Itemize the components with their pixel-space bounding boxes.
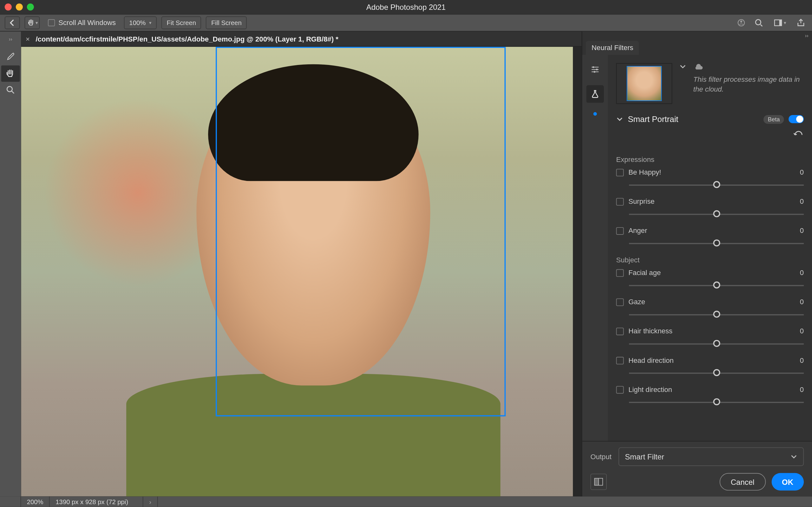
chevron-down-icon[interactable]	[616, 116, 623, 123]
canvas-area: × /content/dam/ccfirstmile/PHSP/en_US/as…	[21, 32, 581, 497]
filter-category-nav	[582, 55, 608, 441]
document-tab-label: /content/dam/ccfirstmile/PHSP/en_US/asse…	[36, 35, 338, 43]
hand-icon	[5, 68, 16, 79]
slider-thumb[interactable]	[713, 311, 720, 318]
output-label: Output	[590, 452, 611, 461]
brush-tool[interactable]	[1, 49, 20, 66]
svg-rect-4	[779, 20, 781, 26]
back-button[interactable]	[5, 16, 20, 30]
hand-tool[interactable]	[1, 65, 20, 82]
window-controls	[5, 3, 34, 10]
split-view-icon	[594, 478, 603, 486]
zoom-window-icon[interactable]	[27, 3, 34, 10]
status-zoom[interactable]: 200%	[21, 497, 50, 507]
flask-icon	[590, 89, 600, 99]
svg-point-8	[594, 71, 596, 73]
slider-thumb[interactable]	[713, 181, 720, 188]
slider-light-direction[interactable]: Light direction0	[616, 385, 804, 407]
svg-point-6	[593, 66, 595, 68]
svg-point-0	[738, 20, 745, 26]
neural-filters-panel: ›› Neural Filters	[582, 32, 812, 497]
zoom-tool[interactable]	[1, 82, 20, 98]
face-selection-overlay	[216, 47, 506, 416]
checkbox-icon[interactable]	[616, 386, 624, 393]
nav-adjustments-icon[interactable]	[587, 61, 604, 78]
before-after-toggle[interactable]	[590, 474, 607, 490]
nav-beta-filters-icon[interactable]	[587, 85, 604, 103]
cloud-icon	[693, 63, 704, 71]
slider-thumb[interactable]	[713, 369, 720, 376]
fit-screen-button[interactable]: Fit Screen	[161, 16, 201, 30]
hand-icon	[27, 19, 35, 27]
slider-thumb[interactable]	[713, 239, 720, 246]
slider-thumb[interactable]	[713, 340, 720, 347]
status-bar: 200% 1390 px x 928 px (72 ppi) ›	[0, 497, 812, 507]
slider-be-happy[interactable]: Be Happy!0	[616, 168, 804, 190]
tab-neural-filters[interactable]: Neural Filters	[586, 41, 639, 55]
magnifier-icon	[5, 84, 16, 95]
filter-name: Smart Portrait	[628, 114, 759, 124]
panel-collapse-icon[interactable]: ››	[582, 32, 812, 40]
close-tab-icon[interactable]: ×	[26, 35, 30, 43]
checkbox-icon[interactable]	[616, 356, 624, 364]
checkbox-icon[interactable]	[616, 269, 624, 277]
slider-head-direction[interactable]: Head direction0	[616, 356, 804, 378]
share-icon[interactable]	[795, 16, 808, 30]
slider-thumb[interactable]	[713, 398, 720, 405]
slider-thumb[interactable]	[713, 281, 720, 288]
document-image	[21, 47, 573, 496]
document-tab[interactable]: × /content/dam/ccfirstmile/PHSP/en_US/as…	[21, 32, 581, 47]
scroll-all-windows-label: Scroll All Windows	[58, 19, 116, 27]
checkbox-icon[interactable]	[616, 198, 624, 205]
face-thumbnail	[627, 66, 662, 101]
cancel-button[interactable]: Cancel	[720, 473, 766, 491]
tool-strip: ››	[0, 32, 21, 497]
cloud-docs-icon[interactable]	[735, 16, 748, 30]
minimize-window-icon[interactable]	[16, 3, 23, 10]
titlebar: Adobe Photoshop 2021	[0, 0, 812, 14]
nav-indicator-dot	[594, 112, 597, 116]
svg-point-2	[756, 20, 761, 25]
chevron-left-icon	[9, 19, 16, 26]
checkbox-icon[interactable]	[616, 327, 624, 335]
zoom-level-select[interactable]: 100% ▾	[124, 16, 157, 30]
options-bar: ▾ Scroll All Windows 100% ▾ Fit Screen F…	[0, 14, 812, 32]
face-dropdown[interactable]	[679, 63, 687, 70]
slider-surprise[interactable]: Surprise0	[616, 198, 804, 220]
chevron-down-icon	[791, 453, 798, 460]
face-thumbnail-select[interactable]	[616, 63, 672, 104]
slider-gaze[interactable]: Gaze0	[616, 298, 804, 320]
checkbox-icon[interactable]	[616, 298, 624, 306]
slider-hair-thickness[interactable]: Hair thickness0	[616, 327, 804, 349]
fill-screen-button[interactable]: Fill Screen	[206, 16, 247, 30]
undo-icon	[793, 131, 804, 139]
cloud-processing-note: This filter processes image data in the …	[693, 63, 804, 95]
checkbox-icon[interactable]	[616, 227, 624, 234]
close-window-icon[interactable]	[5, 3, 12, 10]
status-dimensions[interactable]: 1390 px x 928 px (72 ppi)	[50, 497, 143, 507]
slider-anger[interactable]: Anger0	[616, 227, 804, 249]
slider-facial-age[interactable]: Facial age0	[616, 269, 804, 291]
canvas[interactable]	[21, 47, 581, 496]
svg-point-7	[596, 69, 598, 71]
output-select[interactable]: Smart Filter	[618, 447, 804, 466]
ok-button[interactable]: OK	[771, 473, 804, 491]
panel-expand-icon[interactable]: ››	[0, 35, 21, 43]
status-more-icon[interactable]: ›	[143, 497, 158, 507]
search-icon[interactable]	[752, 16, 765, 30]
workspace-switcher[interactable]: ▾	[770, 16, 790, 30]
section-subject: Subject	[616, 256, 804, 264]
slider-thumb[interactable]	[713, 210, 720, 217]
filter-enable-toggle[interactable]	[789, 115, 804, 123]
svg-point-5	[7, 87, 12, 92]
svg-point-1	[740, 20, 743, 23]
reset-button[interactable]	[793, 131, 804, 141]
brush-icon	[5, 52, 16, 62]
window-title: Adobe Photoshop 2021	[366, 3, 446, 11]
hand-tool-button[interactable]: ▾	[24, 16, 40, 30]
scroll-all-windows-checkbox[interactable]: Scroll All Windows	[44, 19, 119, 27]
chevron-down-icon	[679, 63, 687, 70]
svg-rect-10	[595, 478, 599, 485]
checkbox-icon[interactable]	[616, 169, 624, 176]
sliders-icon	[590, 65, 600, 74]
